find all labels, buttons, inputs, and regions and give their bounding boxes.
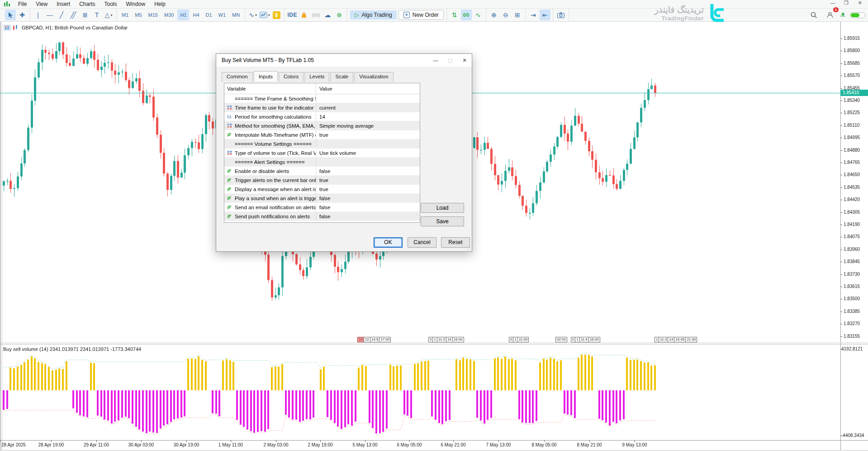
variable-value[interactable]: false [316, 205, 420, 210]
connection-toggle[interactable] [850, 12, 865, 18]
price-axis-label: 1.85685 [844, 61, 860, 66]
timeframe-h1-button[interactable]: H1 [177, 10, 189, 20]
timeframe-m1-button[interactable]: M1 [119, 10, 131, 20]
tick-chart-button[interactable]: ⇅ [449, 10, 460, 20]
dialog-resize-grip[interactable]: ⋰ [467, 246, 471, 250]
menu-insert[interactable]: Insert [52, 0, 75, 8]
indicators-menu-button[interactable]: ▾ [259, 10, 270, 20]
table-row[interactable]: Method for smoothing (SMA, EMA, etc.)Sim… [224, 121, 420, 130]
shapes-tool-button[interactable]: △▾ [103, 10, 114, 20]
table-row[interactable]: Display a message when an alert is trig.… [224, 185, 420, 194]
window-minimize-button[interactable]: — [829, 0, 836, 6]
cloud-icon[interactable]: ☁ [322, 10, 333, 20]
line-chart-button[interactable]: ∿ [473, 10, 484, 20]
time-axis[interactable]: 28 Apr 202528 Apr 19:0029 Apr 11:0030 Ap… [0, 441, 840, 451]
crosshair-tool-button[interactable]: ✚ [17, 10, 28, 20]
tab-colors[interactable]: Colors [279, 72, 304, 82]
level-icon[interactable]: ◆LVL [840, 13, 845, 17]
table-row[interactable]: Enable or disable alertsfalse [224, 167, 420, 176]
market-icon[interactable] [299, 10, 309, 20]
dialog-minimize-button[interactable]: — [428, 54, 443, 67]
deposit-icon[interactable]: $ [271, 10, 282, 20]
window-close-button[interactable]: ✕ [856, 0, 863, 6]
screenshot-button[interactable] [555, 10, 566, 20]
window-restore-button[interactable]: ❐ [843, 0, 850, 6]
variable-value[interactable]: true [316, 187, 420, 192]
timeframe-h4-button[interactable]: H4 [190, 10, 202, 20]
fibonacci-tool-button[interactable]: ≣ [80, 10, 90, 20]
variable-value[interactable]: 14 [316, 114, 420, 120]
menu-window[interactable]: Window [122, 0, 150, 8]
shift-end-button[interactable]: ⇥ [528, 10, 539, 20]
timeframe-m5-button[interactable]: M5 [132, 10, 144, 20]
vertical-line-tool-button[interactable]: ∣ [33, 10, 43, 20]
dialog-maximize-button[interactable]: ▢ [443, 54, 457, 67]
time-flag: 16:45 [674, 337, 686, 342]
profile-icon[interactable]: 1 [825, 10, 835, 20]
text-tool-button[interactable]: T [91, 10, 102, 20]
table-row[interactable]: ====== Time Frame & Smoothing Settin... [224, 94, 420, 103]
reset-button[interactable]: Reset [441, 237, 470, 248]
variable-value[interactable]: Use tick volume [316, 150, 420, 156]
tab-inputs[interactable]: Inputs [254, 71, 278, 81]
signals-icon[interactable]: ((o)) [310, 10, 321, 20]
zoom-in-button[interactable]: ⊕ [489, 10, 499, 20]
bool-type-icon [227, 205, 232, 210]
chart-style-menu-button[interactable]: ∿▾ [247, 10, 258, 20]
variable-value[interactable]: current [316, 105, 420, 110]
horizontal-line-tool-button[interactable]: — [44, 10, 55, 20]
vps-icon[interactable]: ⊛ [334, 10, 345, 20]
timeframe-w1-button[interactable]: W1 [216, 10, 229, 20]
zoom-out-button[interactable]: ⊖ [500, 10, 511, 20]
variable-value[interactable]: false [316, 214, 420, 219]
menu-charts[interactable]: Charts [75, 0, 100, 8]
grid-button[interactable]: ⊞ [512, 10, 523, 20]
variable-value[interactable]: true [316, 178, 420, 183]
tab-visualization[interactable]: Visualization [354, 72, 393, 82]
algo-trading-button[interactable]: ▷Algo Trading [350, 10, 397, 19]
symbol-chart-icon[interactable] [13, 25, 19, 30]
menu-help[interactable]: Help [150, 0, 170, 8]
dialog-titlebar[interactable]: Buy Sell Volume MT5 - By TFLab 1.05 — ▢ … [216, 54, 472, 67]
load-button[interactable]: Load [421, 203, 464, 213]
menu-file[interactable]: File [14, 0, 31, 8]
candle-chart-button[interactable]: 00 [461, 10, 472, 20]
timeframe-m15-button[interactable]: M15 [146, 10, 161, 20]
ok-button[interactable]: OK [374, 237, 403, 248]
variable-value[interactable]: false [316, 168, 420, 174]
cancel-button[interactable]: Cancel [408, 237, 436, 248]
cursor-tool-button[interactable] [5, 10, 16, 20]
tab-levels[interactable]: Levels [304, 72, 329, 82]
menu-view[interactable]: View [31, 0, 52, 8]
save-button[interactable]: Save [421, 216, 464, 226]
table-row[interactable]: Send push notifications on alertsfalse [224, 212, 420, 221]
variable-value[interactable]: Simple moving average [316, 123, 420, 129]
timeframe-m30-button[interactable]: M30 [161, 10, 176, 20]
table-row[interactable]: Type of volume to use (Tick, Real Volu..… [224, 149, 420, 158]
variable-value[interactable]: false [316, 196, 420, 201]
ide-button[interactable]: IDE [287, 10, 298, 20]
auto-scroll-button[interactable]: ⇤ [540, 10, 550, 20]
trendline-tool-button[interactable]: ╱ [56, 10, 67, 20]
table-row[interactable]: Trigger alerts on the current bar only?t… [224, 176, 420, 185]
variable-value[interactable]: true [316, 132, 420, 138]
depth-of-market-icon[interactable] [4, 25, 10, 30]
menu-tools[interactable]: Tools [100, 0, 122, 8]
table-row[interactable]: Time frame to use for the indicatorcurre… [224, 103, 420, 112]
table-row[interactable]: 01Period for smoothing calculations14 [224, 112, 420, 121]
tab-scale[interactable]: Scale [330, 72, 353, 82]
tab-common[interactable]: Common [222, 72, 253, 82]
search-icon[interactable] [808, 10, 819, 20]
table-row[interactable]: Send an email notification on alertsfals… [224, 203, 420, 212]
timeframe-d1-button[interactable]: D1 [203, 10, 215, 20]
table-row[interactable]: ====== Volume Settings ====== [224, 139, 420, 149]
brand-name-english: TradingFinder [632, 15, 704, 22]
timeframe-mn-button[interactable]: MN [229, 10, 242, 20]
table-row[interactable]: ====== Alert Settings ====== [224, 158, 420, 167]
table-row[interactable]: Play a sound when an alert is triggeredf… [224, 194, 420, 203]
channel-tool-button[interactable]: ╱╱ [68, 10, 79, 20]
table-row[interactable]: Interpolate Multi-Timeframe (MTF) data?t… [224, 130, 420, 139]
new-order-button[interactable]: +New Order [398, 10, 444, 20]
dialog-close-button[interactable]: ✕ [457, 54, 472, 67]
price-axis[interactable]: 1.859151.858001.856851.855701.854551.853… [840, 22, 868, 440]
